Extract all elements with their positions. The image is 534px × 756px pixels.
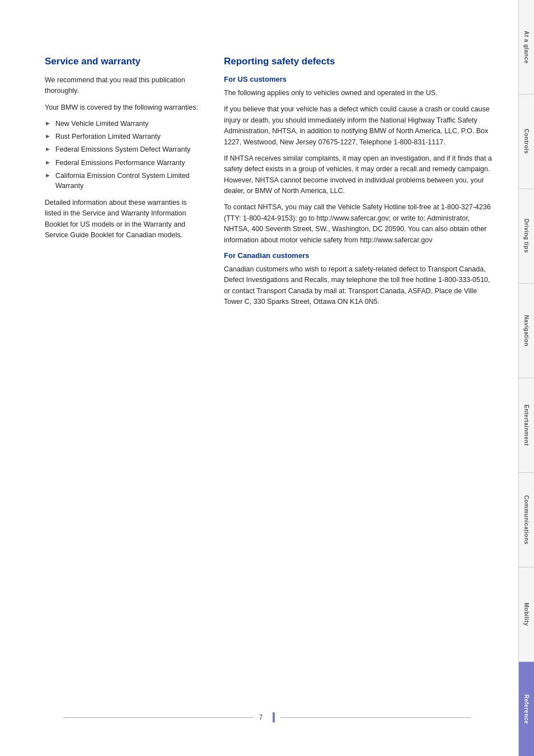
- page-marker: [273, 712, 275, 722]
- bullet-text-3: Federal Emissions Performance Warranty: [55, 158, 185, 168]
- page-line-right: [280, 717, 471, 718]
- bullet-arrow-3: ►: [45, 158, 51, 167]
- sidebar-tab-mobility[interactable]: Mobility: [519, 567, 534, 662]
- page-number-bar: 7: [0, 712, 534, 722]
- subsection-us: For US customersThe following applies on…: [224, 75, 496, 246]
- page-line-left: [63, 717, 254, 718]
- sidebar-tab-entertainment[interactable]: Entertainment: [519, 378, 534, 473]
- bullet-text-1: Rust Perforation Limited Warranty: [55, 132, 161, 142]
- right-section-title: Reporting safety defects: [224, 56, 496, 67]
- bullet-text-0: New Vehicle Limited Warranty: [55, 119, 148, 129]
- subsection-canada-para-0: Canadian customers who wish to report a …: [224, 264, 496, 308]
- sidebar-tabs: At a glanceControlsDriving tipsNavigatio…: [518, 0, 534, 756]
- left-column: Service and warranty We recommend that y…: [45, 56, 202, 722]
- bullet-text-4: California Emission Control System Limit…: [55, 171, 202, 191]
- sidebar-tab-navigation[interactable]: Navigation: [519, 284, 534, 378]
- sidebar-tab-controls[interactable]: Controls: [519, 95, 534, 189]
- page-number: 7: [259, 713, 263, 721]
- warranty-list: ►New Vehicle Limited Warranty►Rust Perfo…: [45, 119, 202, 191]
- bullet-arrow-0: ►: [45, 119, 51, 128]
- sidebar-tab-driving-tips[interactable]: Driving tips: [519, 189, 534, 284]
- bullet-item-0: ►New Vehicle Limited Warranty: [45, 119, 202, 129]
- bullet-item-4: ►California Emission Control System Limi…: [45, 171, 202, 191]
- sidebar-tab-communications[interactable]: Communications: [519, 473, 534, 567]
- bullet-item-2: ►Federal Emissions System Defect Warrant…: [45, 144, 202, 154]
- left-intro-para-2: Your BMW is covered by the following war…: [45, 102, 202, 113]
- bullet-arrow-1: ►: [45, 132, 51, 141]
- subsection-us-para-2: If NHTSA receives similar complaints, it…: [224, 153, 496, 197]
- left-footer-text: Detailed information about these warrant…: [45, 198, 202, 241]
- subsection-title-us: For US customers: [224, 75, 496, 83]
- sidebar-tab-at-a-glance[interactable]: At a glance: [519, 0, 534, 95]
- bullet-arrow-2: ►: [45, 145, 51, 154]
- bullet-item-3: ►Federal Emissions Performance Warranty: [45, 158, 202, 168]
- subsection-us-para-0: The following applies only to vehicles o…: [224, 88, 496, 98]
- bullet-arrow-4: ►: [45, 171, 51, 180]
- left-intro-para-1: We recommend that you read this publicat…: [45, 75, 202, 97]
- sidebar-tab-reference[interactable]: Reference: [519, 662, 534, 756]
- subsection-us-para-1: If you believe that your vehicle has a d…: [224, 104, 496, 148]
- bullet-item-1: ►Rust Perforation Limited Warranty: [45, 132, 202, 142]
- right-column: Reporting safety defects For US customer…: [224, 56, 496, 722]
- left-section-title: Service and warranty: [45, 56, 202, 67]
- subsections-container: For US customersThe following applies on…: [224, 75, 496, 307]
- subsection-us-para-3: To contact NHTSA, you may call the Vehic…: [224, 202, 496, 246]
- bullet-text-2: Federal Emissions System Defect Warranty: [55, 144, 190, 154]
- subsection-title-canada: For Canadian customers: [224, 251, 496, 260]
- subsection-canada: For Canadian customersCanadian customers…: [224, 251, 496, 308]
